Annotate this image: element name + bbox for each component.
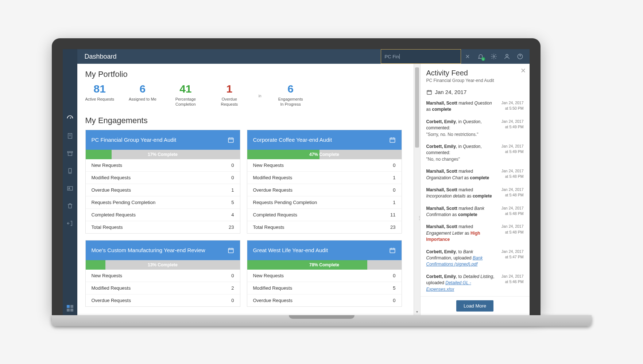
engagement-row[interactable]: Overdue Requests1 <box>86 184 240 196</box>
engagement-title: Moe's Custom Manufacturing Year-end Revi… <box>92 247 209 254</box>
dashboard-scrollbar[interactable]: ▾ <box>414 64 420 315</box>
row-label: Overdue Requests <box>253 187 293 193</box>
row-value: 23 <box>229 224 234 230</box>
svg-rect-11 <box>390 138 395 142</box>
activity-item[interactable]: Jan 24, 2017at 5:47 PMCorbett, Emily, to… <box>426 247 524 271</box>
engagement-row[interactable]: Modified Requests1 <box>247 172 402 184</box>
portfolio-stat[interactable]: 6Assigned to Me <box>129 83 156 102</box>
top-bar: Dashboard PC Fin 1 <box>77 49 530 64</box>
row-label: New Requests <box>253 163 284 168</box>
search-input[interactable]: PC Fin <box>381 49 461 64</box>
close-panel-icon[interactable]: ✕ <box>520 67 526 75</box>
engagement-card: Great West Life Year-end Audit 78% Compl… <box>247 240 402 307</box>
load-more-button[interactable]: Load More <box>456 300 493 312</box>
portfolio-stat[interactable]: 6Engagements In Progress <box>276 83 305 107</box>
progress-bar: 78% Complete <box>247 260 402 270</box>
engagement-row[interactable]: Requests Pending Completion5 <box>86 196 240 209</box>
portfolio-title: My Portfolio <box>85 70 406 79</box>
user-icon[interactable] <box>500 49 514 64</box>
calendar-icon[interactable] <box>389 247 396 254</box>
apps-icon[interactable] <box>67 305 73 312</box>
stat-value: 41 <box>171 83 200 94</box>
portfolio-stat[interactable]: 41Percentage Completion <box>171 83 200 107</box>
calendar-icon[interactable] <box>228 137 234 143</box>
engagement-row[interactable]: Modified Requests2 <box>86 282 240 294</box>
calendar-icon[interactable] <box>389 137 396 143</box>
activity-item[interactable]: Jan 24, 2017at 5:49 PMCorbett, Emily, in… <box>426 141 524 166</box>
trash-icon[interactable] <box>66 202 74 210</box>
stat-label: Percentage Completion <box>171 97 200 107</box>
row-label: Overdue Requests <box>92 298 131 303</box>
activity-item[interactable]: Jan 24, 2017at 5:49 PMCorbett, Emily, in… <box>426 117 524 141</box>
svg-rect-13 <box>390 248 395 253</box>
logout-icon[interactable] <box>66 220 74 227</box>
row-value: 4 <box>231 212 234 218</box>
engagement-row[interactable]: Total Requests23 <box>247 221 402 233</box>
engagement-card-header[interactable]: Corporate Coffee Year-end Audit <box>247 130 402 150</box>
engagement-row[interactable]: Overdue Requests0 <box>247 294 402 306</box>
engagements-title: My Engagements <box>85 116 406 125</box>
archive-icon[interactable] <box>66 150 74 157</box>
engagement-row[interactable]: New Requests0 <box>247 270 402 282</box>
engagement-row[interactable]: Completed Requests4 <box>86 209 240 221</box>
calendar-icon[interactable] <box>228 247 234 254</box>
dashboard-icon[interactable] <box>66 115 74 122</box>
panel-drag-handle[interactable]: ⋮ <box>417 217 422 219</box>
engagement-row[interactable]: Completed Requests11 <box>247 209 402 221</box>
row-label: Total Requests <box>92 224 123 230</box>
engagement-title: Corporate Coffee Year-end Audit <box>253 136 336 144</box>
settings-icon[interactable] <box>487 49 500 64</box>
engagement-row[interactable]: Overdue Requests0 <box>86 294 240 306</box>
activity-item[interactable]: Jan 24, 2017at 5:48 PMMarshall, Scott ma… <box>426 166 524 185</box>
progress-text: 17% Complete <box>148 152 178 157</box>
engagement-row[interactable]: Modified Requests0 <box>86 172 240 184</box>
engagement-row[interactable]: Requests Pending Completion1 <box>247 196 402 209</box>
contacts-icon[interactable] <box>66 185 74 192</box>
notifications-icon[interactable]: 1 <box>474 49 487 64</box>
progress-bar: 17% Complete <box>86 150 240 159</box>
engagement-card-header[interactable]: Moe's Custom Manufacturing Year-end Revi… <box>86 240 240 260</box>
row-value: 0 <box>393 298 395 303</box>
activity-item[interactable]: Jan 24, 2017at 5:50 PMMarshall, Scott ma… <box>426 98 524 117</box>
left-nav-rail <box>63 49 77 315</box>
activity-title: Activity Feed <box>426 69 524 77</box>
row-value: 1 <box>231 187 234 193</box>
row-label: Total Requests <box>253 224 284 230</box>
stat-value: 6 <box>276 83 305 94</box>
row-label: Modified Requests <box>253 175 293 180</box>
portfolio-stat[interactable]: 1Overdue Requests <box>215 83 244 107</box>
activity-subtitle: PC Financial Group Year-end Audit <box>426 78 524 83</box>
row-label: Completed Requests <box>253 212 297 218</box>
row-value: 1 <box>393 200 395 205</box>
row-label: Modified Requests <box>253 285 293 291</box>
engagement-row[interactable]: Total Requests23 <box>86 221 240 233</box>
engagement-row[interactable]: Overdue Requests0 <box>247 184 402 196</box>
row-value: 5 <box>393 285 395 291</box>
engagement-row[interactable]: New Requests0 <box>86 270 240 282</box>
clear-search-icon[interactable] <box>461 49 474 64</box>
activity-item[interactable]: Jan 24, 2017at 5:46 PMCorbett, Emily, to… <box>426 271 524 296</box>
svg-rect-5 <box>67 187 73 191</box>
svg-point-7 <box>493 56 495 58</box>
device-icon[interactable] <box>66 167 74 175</box>
engagement-row[interactable]: New Requests0 <box>247 159 402 172</box>
engagement-row[interactable]: Modified Requests5 <box>247 282 402 294</box>
engagement-row[interactable]: New Requests0 <box>86 159 240 172</box>
row-label: Requests Pending Completion <box>92 200 156 205</box>
progress-text: 78% Complete <box>309 262 339 267</box>
svg-point-4 <box>70 172 70 173</box>
documents-icon[interactable] <box>66 132 74 140</box>
activity-item[interactable]: Jan 24, 2017at 5:48 PMMarshall, Scott ma… <box>426 185 524 203</box>
row-value: 23 <box>390 224 395 230</box>
row-value: 0 <box>393 187 395 193</box>
row-value: 0 <box>231 298 234 303</box>
help-icon[interactable] <box>514 49 527 64</box>
engagement-card-header[interactable]: PC Financial Group Year-end Audit <box>86 130 240 150</box>
activity-item[interactable]: Jan 24, 2017at 5:48 PMMarshall, Scott ma… <box>426 222 524 246</box>
engagement-card-header[interactable]: Great West Life Year-end Audit <box>247 240 402 260</box>
engagement-card: PC Financial Group Year-end Audit 17% Co… <box>85 130 240 234</box>
engagement-card: Moe's Custom Manufacturing Year-end Revi… <box>85 240 240 307</box>
activity-item[interactable]: Jan 24, 2017at 5:48 PMMarshall, Scott ma… <box>426 203 524 222</box>
portfolio-stat[interactable]: 81Active Requests <box>85 83 114 102</box>
svg-point-6 <box>69 188 70 189</box>
